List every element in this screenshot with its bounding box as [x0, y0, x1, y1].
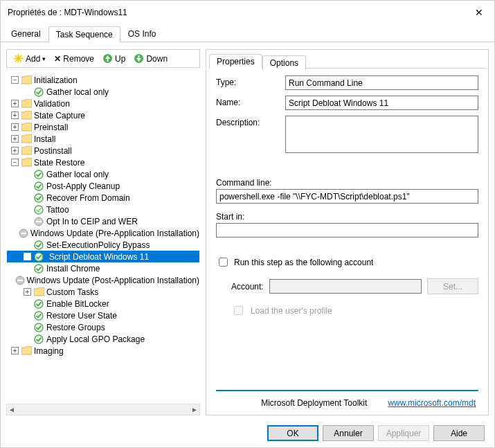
arrow-up-icon	[102, 53, 113, 64]
folder-icon	[21, 346, 32, 357]
remove-button[interactable]: ✕ Remove	[51, 53, 97, 65]
tree-item[interactable]: Set-ExecutionPolicy Bypass	[7, 239, 199, 251]
tree-item-label: Imaging	[34, 346, 64, 356]
tree-item[interactable]: Post-Apply Cleanup	[7, 180, 199, 192]
footer-link[interactable]: www.microsoft.com/mdt	[388, 398, 476, 408]
tree-item[interactable]: Gather local only	[7, 168, 199, 180]
spacer	[24, 241, 31, 249]
command-line-label: Command line:	[216, 178, 478, 188]
expand-icon[interactable]: +	[11, 135, 19, 143]
tree-item[interactable]: Recover From Domain	[7, 192, 199, 204]
tree-item-label: Postinstall	[34, 146, 72, 156]
tree-item[interactable]: Windows Update (Post-Application Install…	[7, 274, 199, 286]
description-field[interactable]	[285, 116, 478, 153]
tree-item-label: State Restore	[34, 158, 84, 168]
spacer	[24, 88, 31, 96]
tree-item-label: Gather local only	[46, 87, 109, 97]
check-step-icon	[33, 322, 44, 333]
up-button[interactable]: Up	[100, 52, 128, 65]
tab-os-info[interactable]: OS Info	[120, 26, 164, 42]
disabled-step-icon	[19, 228, 28, 239]
subtab-properties[interactable]: Properties	[209, 54, 262, 69]
add-button[interactable]: Add ▾	[10, 52, 48, 65]
tree-item-label: State Capture	[34, 111, 85, 120]
check-step-icon	[33, 310, 44, 321]
run-as-checkbox[interactable]	[219, 258, 228, 267]
name-field[interactable]	[285, 96, 478, 110]
remove-icon: ✕	[54, 54, 61, 64]
spacer	[24, 217, 31, 225]
tree-item[interactable]: Restore Groups	[7, 321, 199, 333]
expand-icon[interactable]: +	[11, 100, 19, 107]
tree-item[interactable]: −Initialization	[7, 74, 199, 86]
folder-icon	[21, 98, 32, 109]
check-step-icon	[33, 240, 44, 251]
type-label: Type:	[216, 75, 278, 87]
tree-item[interactable]: Windows Update (Pre-Application Installa…	[7, 227, 199, 239]
expand-icon[interactable]: +	[11, 111, 19, 119]
task-tree[interactable]: −InitializationGather local only+Validat…	[6, 72, 200, 404]
spacer	[24, 170, 31, 178]
tree-item-label: Apply Local GPO Package	[46, 334, 145, 344]
horizontal-scrollbar[interactable]: ◄►	[6, 404, 200, 415]
tree-item[interactable]: Gather local only	[7, 86, 199, 98]
tree-item[interactable]: Script Debloat Windows 11	[7, 251, 199, 262]
tree-item[interactable]: Tattoo	[7, 204, 199, 215]
tree-item-label: Set-ExecutionPolicy Bypass	[46, 240, 150, 250]
tree-item[interactable]: Restore User State	[7, 310, 199, 321]
command-line-field[interactable]	[216, 189, 478, 204]
spacer	[24, 194, 31, 201]
help-button[interactable]: Aide	[433, 425, 485, 441]
tree-item[interactable]: −State Restore	[7, 156, 199, 168]
tree-item[interactable]: Opt In to CEIP and WER	[7, 215, 199, 227]
tree-item-label: Recover From Domain	[46, 193, 130, 203]
tree-item[interactable]: Apply Local GPO Package	[7, 333, 199, 345]
add-icon	[13, 53, 24, 64]
tree-item[interactable]: +Install	[7, 133, 199, 145]
footer-brand: Microsoft Deployment Toolkit	[261, 398, 367, 408]
disabled-step-icon	[33, 216, 44, 227]
tree-item[interactable]: +Validation	[7, 98, 199, 109]
tree-item-label: Tattoo	[46, 205, 69, 215]
apply-button: Appliquer	[378, 425, 429, 441]
tree-item[interactable]: +Imaging	[7, 345, 199, 357]
tree-item[interactable]: Install Chrome	[7, 262, 199, 274]
subtab-options[interactable]: Options	[262, 55, 306, 70]
spacer	[24, 253, 31, 260]
spacer	[24, 312, 31, 319]
close-icon[interactable]: ✕	[471, 7, 487, 18]
spacer	[24, 265, 31, 272]
collapse-icon[interactable]: −	[11, 159, 19, 166]
folder-icon	[21, 145, 32, 156]
down-button[interactable]: Down	[131, 52, 170, 65]
tab-general[interactable]: General	[3, 26, 48, 42]
collapse-icon[interactable]: −	[11, 76, 19, 84]
check-step-icon	[33, 87, 44, 98]
main-tabs: General Task Sequence OS Info	[1, 21, 494, 42]
tree-item[interactable]: +Postinstall	[7, 145, 199, 156]
ok-button[interactable]: OK	[267, 425, 318, 441]
name-label: Name:	[216, 96, 278, 107]
expand-icon[interactable]: +	[24, 288, 31, 296]
check-step-icon	[33, 334, 44, 345]
expand-icon[interactable]: +	[11, 347, 19, 355]
cancel-button[interactable]: Annuler	[323, 425, 374, 441]
start-in-field[interactable]	[216, 223, 478, 238]
tree-item-label: Opt In to CEIP and WER	[46, 217, 138, 226]
tree-item[interactable]: +State Capture	[7, 109, 199, 121]
folder-icon	[21, 157, 32, 168]
tree-item[interactable]: Enable BitLocker	[7, 298, 199, 310]
tree-item-label: Custom Tasks	[46, 287, 98, 297]
check-step-icon	[33, 169, 44, 180]
tab-task-sequence[interactable]: Task Sequence	[48, 26, 120, 42]
tree-item-label: Install	[34, 134, 55, 144]
type-field	[285, 75, 478, 90]
expand-icon[interactable]: +	[11, 123, 19, 131]
tree-item[interactable]: +Custom Tasks	[7, 286, 199, 298]
folder-icon	[21, 134, 32, 145]
expand-icon[interactable]: +	[11, 147, 19, 154]
spacer	[14, 229, 17, 237]
tree-item[interactable]: +Preinstall	[7, 121, 199, 133]
spacer	[24, 182, 31, 190]
tree-item-label: Script Debloat Windows 11	[46, 252, 152, 262]
